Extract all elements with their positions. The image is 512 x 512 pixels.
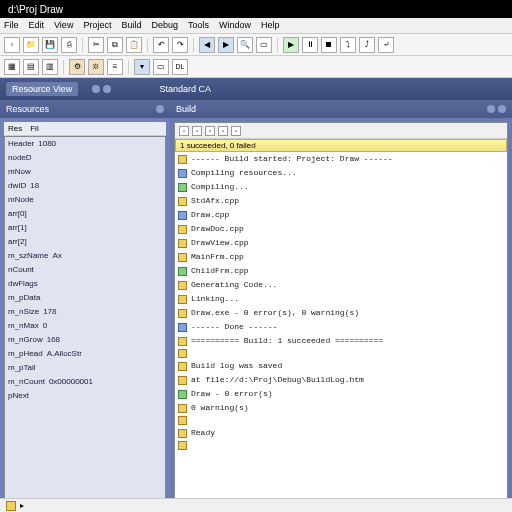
var-row[interactable]: arr[2] — [5, 235, 165, 249]
out-opt3-icon[interactable]: ▫ — [205, 126, 215, 136]
var-row[interactable]: m_nMax 0 — [5, 319, 165, 333]
output-row: StdAfx.cpp — [175, 194, 507, 208]
var-row[interactable]: arr[1] — [5, 221, 165, 235]
save-icon[interactable]: 💾 — [42, 37, 58, 53]
output-row: Draw - 0 error(s) — [175, 387, 507, 401]
out-opt1-icon[interactable]: ▫ — [179, 126, 189, 136]
row-text: ------ Build started: Project: Draw ----… — [191, 153, 393, 165]
output-icon[interactable]: ▭ — [153, 59, 169, 75]
var-row[interactable]: Header 1080 — [5, 137, 165, 151]
app-frame: File Edit View Project Build Debug Tools… — [0, 18, 512, 512]
panel-close-icon[interactable] — [498, 105, 506, 113]
row-icon — [178, 239, 187, 248]
build-icon[interactable]: ⛭ — [88, 59, 104, 75]
var-row[interactable]: m_szName Ax — [5, 249, 165, 263]
var-name: mNow — [8, 166, 31, 178]
nav-fwd-icon[interactable]: ▶ — [218, 37, 234, 53]
paste-icon[interactable]: 📋 — [126, 37, 142, 53]
menu-build[interactable]: Build — [121, 20, 141, 31]
tab-close-icon[interactable] — [103, 85, 111, 93]
menu-project[interactable]: Project — [83, 20, 111, 31]
panel-left-subtabs: Res Fil — [4, 122, 166, 136]
var-row[interactable]: m_pTail — [5, 361, 165, 375]
copy-icon[interactable]: ⧉ — [107, 37, 123, 53]
open-icon[interactable]: 📁 — [23, 37, 39, 53]
row-icon — [178, 295, 187, 304]
compile-icon[interactable]: ⚙ — [69, 59, 85, 75]
output-row: Draw.cpp — [175, 208, 507, 222]
nav-back-icon[interactable]: ◀ — [199, 37, 215, 53]
batch-icon[interactable]: ≡ — [107, 59, 123, 75]
find-icon[interactable]: 🔍 — [237, 37, 253, 53]
res-view-icon[interactable]: ▤ — [23, 59, 39, 75]
row-text: Compiling resources... — [191, 167, 297, 179]
panel-left: Resources Res Fil Header 1080nodeD mNow … — [0, 100, 170, 512]
menu-help[interactable]: Help — [261, 20, 280, 31]
var-row[interactable]: nCount — [5, 263, 165, 277]
row-text: ========== Build: 1 succeeded ========== — [191, 335, 383, 347]
var-row[interactable]: m_pData — [5, 291, 165, 305]
var-row[interactable]: dwID 18 — [5, 179, 165, 193]
undo-icon[interactable]: ↶ — [153, 37, 169, 53]
panel-pin-icon[interactable] — [156, 105, 164, 113]
row-icon — [178, 225, 187, 234]
file-view-icon[interactable]: ▥ — [42, 59, 58, 75]
row-text: ------ Done ------ — [191, 321, 277, 333]
var-row[interactable]: m_nGrow 168 — [5, 333, 165, 347]
toolbar-1: ▫ 📁 💾 ⎙ ✂ ⧉ 📋 ↶ ↷ ◀ ▶ 🔍 ▭ ▶ ⏸ ⏹ ⤵ ⤴ ⤶ — [0, 34, 512, 56]
window-title: d:\Proj Draw — [8, 4, 63, 15]
menu-edit[interactable]: Edit — [29, 20, 45, 31]
dl-icon[interactable]: DL — [172, 59, 188, 75]
row-icon — [178, 309, 187, 318]
row-text: at file://d:\Proj\Debug\BuildLog.htm — [191, 374, 364, 386]
out-opt4-icon[interactable]: ▫ — [218, 126, 228, 136]
menu-view[interactable]: View — [54, 20, 73, 31]
save-all-icon[interactable]: ⎙ — [61, 37, 77, 53]
menu-file[interactable]: File — [4, 20, 19, 31]
workspace: Resources Res Fil Header 1080nodeD mNow … — [0, 100, 512, 512]
bookmark-icon[interactable]: ▭ — [256, 37, 272, 53]
menu-debug[interactable]: Debug — [151, 20, 178, 31]
panel-min-icon[interactable] — [487, 105, 495, 113]
var-value: 0x00000001 — [49, 376, 93, 388]
new-file-icon[interactable]: ▫ — [4, 37, 20, 53]
var-row[interactable]: m_pHead A.AllocStr — [5, 347, 165, 361]
var-row[interactable]: arr[0] — [5, 207, 165, 221]
start-icon[interactable]: ▶ — [283, 37, 299, 53]
var-row[interactable]: mNode — [5, 193, 165, 207]
var-row[interactable]: dwFlags — [5, 277, 165, 291]
var-row[interactable]: mNow — [5, 165, 165, 179]
var-name: m_pTail — [8, 362, 36, 374]
class-view-icon[interactable]: ▦ — [4, 59, 20, 75]
step-icon[interactable]: ⤵ — [340, 37, 356, 53]
row-icon — [178, 169, 187, 178]
break-icon[interactable]: ⏸ — [302, 37, 318, 53]
var-row[interactable]: nodeD — [5, 151, 165, 165]
var-row[interactable]: pNext — [5, 389, 165, 403]
row-text: Ready — [191, 427, 215, 439]
step-over-icon[interactable]: ⤴ — [359, 37, 375, 53]
menu-window[interactable]: Window — [219, 20, 251, 31]
output-row: ChildFrm.cpp — [175, 264, 507, 278]
output-pane: ▫ ▫ ▫ ▫ ▫ 1 succeeded, 0 failed ------ B… — [174, 122, 508, 512]
tab-option-icon[interactable] — [92, 85, 100, 93]
out-opt5-icon[interactable]: ▫ — [231, 126, 241, 136]
stop-icon[interactable]: ⏹ — [321, 37, 337, 53]
var-row[interactable]: m_nCount 0x00000001 — [5, 375, 165, 389]
out-opt2-icon[interactable]: ▫ — [192, 126, 202, 136]
subtab-fil[interactable]: Fil — [30, 124, 38, 133]
tab-resource-view[interactable]: Resource View — [6, 82, 78, 96]
subtab-res[interactable]: Res — [8, 124, 22, 133]
step-out-icon[interactable]: ⤶ — [378, 37, 394, 53]
var-row[interactable]: m_nSize 178 — [5, 305, 165, 319]
var-name: pNext — [8, 390, 29, 402]
tab-standard[interactable]: Standard CA — [153, 82, 217, 96]
config-icon[interactable]: ▾ — [134, 59, 150, 75]
cut-icon[interactable]: ✂ — [88, 37, 104, 53]
redo-icon[interactable]: ↷ — [172, 37, 188, 53]
row-text: Draw.exe - 0 error(s), 0 warning(s) — [191, 307, 359, 319]
menu-tools[interactable]: Tools — [188, 20, 209, 31]
tab-strip: Resource View Standard CA — [0, 78, 512, 100]
var-value: 0 — [43, 320, 47, 332]
output-row: Linking... — [175, 292, 507, 306]
